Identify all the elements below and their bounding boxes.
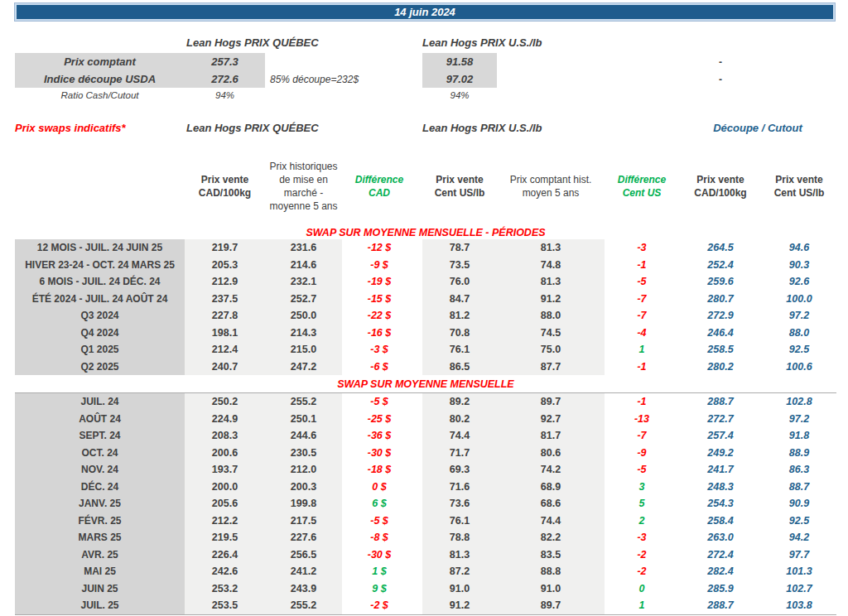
cad-sell-value: 253.2 [185,580,265,598]
cad-sell-value: 200.0 [185,479,265,496]
section-header-0: SWAP SUR MOYENNE MENSUELLE - PÉRIODES [15,225,836,239]
us-hist-value: 88.8 [497,563,605,580]
spot-quebec-comptant: 257.3 [185,53,265,70]
us-sell-value: 69.3 [422,461,497,479]
cutout-us-value: 88.9 [762,445,836,462]
column-gap [417,307,422,325]
us-hist-value: 83.5 [497,546,605,564]
us-diff-value: 2 [605,513,679,530]
column-header-5: Différence Cent US [605,154,679,219]
swap-row: Q3 2024227.8250.0-22 $81.288.0-7272.997.… [15,307,836,325]
period-label: NOV. 24 [15,461,185,479]
us-diff-value: -1 [605,257,679,274]
column-header-gap [417,154,422,219]
period-label: AOÛT 24 [15,411,185,428]
us-diff-value: -3 [605,239,679,257]
us-diff-value: -1 [605,359,679,376]
spot-quebec-indice: 272.6 [185,70,265,88]
cad-diff-value: -30 $ [342,445,417,462]
cutout-us-value: 94.6 [762,239,836,257]
cad-hist-value: 200.3 [265,479,342,496]
cutout-header: Découpe / Cutout [679,122,836,134]
cutout-us-value: 88.7 [762,479,836,496]
cutout-us-value: 91.8 [762,427,836,445]
cad-diff-value: 0 $ [342,479,417,496]
cutout-us-value: 90.3 [762,257,836,274]
cad-sell-value: 212.9 [185,273,265,291]
us-sell-value: 91.2 [422,597,497,614]
swap-row: MAI 25242.6241.21 $87.288.8-2282.4101.3 [15,563,836,580]
us-diff-value: 5 [605,495,679,513]
us-diff-value: 3 [605,479,679,496]
swap-row: JANV. 25205.6199.86 $73.668.65254.390.9 [15,495,836,513]
cutout-us-value: 100.0 [762,291,836,308]
lean-hogs-swap-report: 14 juin 2024 Lean Hogs PRIX QUÉBEC Lean … [0,0,848,616]
report-date: 14 juin 2024 [394,6,455,18]
cad-hist-value: 241.2 [265,563,342,580]
us-hist-value: 80.6 [497,445,605,462]
spot-cutout-dash-1: - [679,53,762,70]
spot-label-indice: Indice découpe USDA [15,70,185,88]
spot-label-ratio: Ratio Cash/Cutout [15,88,185,103]
cad-diff-value: -9 $ [342,257,417,274]
column-headers-row: Prix vente CAD/100kgPrix historiques de … [15,154,836,219]
cad-diff-value: -15 $ [342,291,417,308]
column-gap [417,341,422,359]
us-sell-value: 81.3 [422,546,497,564]
cad-hist-value: 252.7 [265,291,342,308]
cad-diff-value: -30 $ [342,546,417,564]
cad-hist-value: 230.5 [265,445,342,462]
us-sell-value: 78.8 [422,529,497,546]
cutout-cad-value: 263.0 [679,529,762,546]
cutout-cad-value: 272.7 [679,411,762,428]
column-gap [417,445,422,462]
column-gap [417,325,422,342]
column-header-2: Différence CAD [342,154,417,219]
us-diff-value: 1 [605,341,679,359]
us-hist-value: 74.8 [497,257,605,274]
swap-row: AVR. 25226.4256.5-30 $81.383.5-2272.497.… [15,546,836,564]
column-gap [417,529,422,546]
swap-row: 12 MOIS - JUIL. 24 JUIN 25219.7231.6-12 … [15,239,836,257]
period-label: JANV. 25 [15,495,185,513]
cad-sell-value: 250.2 [185,393,265,411]
us-diff-value: -7 [605,307,679,325]
cad-hist-value: 244.6 [265,427,342,445]
cad-hist-value: 214.3 [265,325,342,342]
us-sell-value: 70.8 [422,325,497,342]
swap-row: Q1 2025212.4215.0-3 $76.175.01258.592.5 [15,341,836,359]
us-diff-value: -2 [605,563,679,580]
section-header-1: SWAP SUR MOYENNE MENSUELLE [15,375,836,393]
cad-sell-value: 198.1 [185,325,265,342]
cad-hist-value: 243.9 [265,580,342,598]
us-diff-value: -13 [605,411,679,428]
swap-row: NOV. 24193.7212.0-18 $69.374.2-5241.786.… [15,461,836,479]
swaps-quebec-header: Lean Hogs PRIX QUÉBEC [186,122,319,134]
us-diff-value: -3 [605,529,679,546]
column-gap [417,580,422,598]
us-sell-value: 73.5 [422,257,497,274]
swaps-title: Prix swaps indicatifs* [15,122,126,134]
spot-label-comptant: Prix comptant [15,53,185,70]
us-hist-value: 81.3 [497,273,605,291]
cutout-cad-value: 257.4 [679,427,762,445]
cutout-cad-value: 258.4 [679,513,762,530]
swap-table: SWAP SUR MOYENNE MENSUELLE - PÉRIODES12 … [15,225,836,615]
cad-diff-value: -12 $ [342,239,417,257]
cad-hist-value: 255.2 [265,597,342,614]
cad-diff-value: -3 $ [342,341,417,359]
cad-sell-value: 212.2 [185,513,265,530]
cad-sell-value: 242.6 [185,563,265,580]
us-sell-value: 76.0 [422,273,497,291]
column-gap [417,257,422,274]
column-gap [417,291,422,308]
cad-sell-value: 219.7 [185,239,265,257]
cutout-cad-value: 254.3 [679,495,762,513]
column-header-3: Prix vente Cent US/lb [422,154,497,219]
us-sell-value: 76.1 [422,513,497,530]
cad-hist-value: 250.1 [265,411,342,428]
cad-sell-value: 205.3 [185,257,265,274]
us-diff-value: -2 [605,546,679,564]
spot-us-header: Lean Hogs PRIX U.S./lb [422,36,542,49]
table-bottom-border [15,614,836,615]
